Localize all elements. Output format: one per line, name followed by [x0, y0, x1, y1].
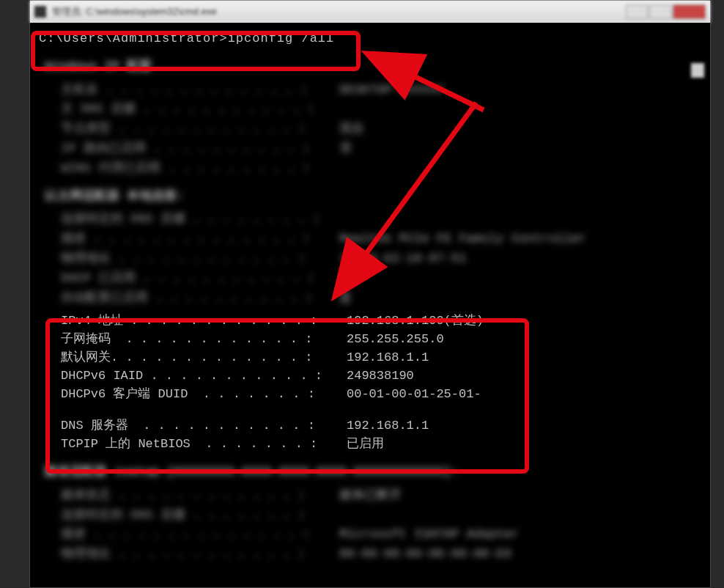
dhcpv6-duid-line: DHCPv6 客户端 DUID . . . . . . . :00-01-00-…	[39, 386, 710, 403]
ipv4-address-line: IPv4 地址 . . . . . . . . . . . . :192.168…	[39, 312, 710, 330]
command-line: C:\Users\Administrator>ipconfig /all	[39, 30, 710, 48]
output-value: 192.168.1.1	[347, 349, 710, 367]
output-label: 子网掩码 . . . . . . . . . . . . :	[61, 331, 347, 348]
cmd-icon	[34, 6, 46, 18]
network-info-block: IPv4 地址 . . . . . . . . . . . . :192.168…	[39, 312, 710, 453]
output-value: 00-01-00-01-25-01-	[347, 386, 710, 403]
output-label: 默认网关. . . . . . . . . . . . . :	[61, 349, 347, 367]
output-label: IPv4 地址 . . . . . . . . . . . . :	[61, 312, 347, 330]
output-value: 255.255.255.0	[347, 331, 710, 348]
output-label: DHCPv6 客户端 DUID . . . . . . . :	[61, 386, 347, 403]
console-area[interactable]: C:\Users\Administrator>ipconfig /all Win…	[30, 23, 710, 587]
output-label: TCPIP 上的 NetBIOS . . . . . . . :	[61, 436, 347, 453]
window-controls	[626, 4, 706, 19]
section-header: Windows IP 配置	[39, 58, 710, 76]
section-header: 隧道适配器 isatap.{XXXXXXXX-XXXX-XXXX-XXXX-XX…	[39, 463, 710, 481]
default-gateway-line: 默认网关. . . . . . . . . . . . . :192.168.1…	[39, 349, 710, 367]
section-header: 以太网适配器 本地连接:	[39, 188, 710, 205]
subnet-mask-line: 子网掩码 . . . . . . . . . . . . :255.255.25…	[39, 331, 710, 348]
blurred-output-1: Windows IP 配置 主机名 . . . . . . . . . . . …	[39, 58, 710, 307]
netbios-line: TCPIP 上的 NetBIOS . . . . . . . :已启用	[39, 436, 710, 453]
titlebar[interactable]: 管理员: C:\windows\system32\cmd.exe	[30, 1, 710, 23]
cmd-window: 管理员: C:\windows\system32\cmd.exe C:\User…	[29, 0, 711, 588]
dns-server-line: DNS 服务器 . . . . . . . . . . . :192.168.1…	[39, 417, 710, 435]
output-value: 249838190	[347, 367, 710, 385]
command-text: ipconfig /all	[228, 32, 335, 45]
output-value: 192.168.1.1	[347, 417, 710, 435]
minimize-button[interactable]	[626, 4, 648, 19]
maximize-button[interactable]	[649, 4, 671, 19]
dhcpv6-iaid-line: DHCPv6 IAID . . . . . . . . . . . :24983…	[39, 367, 710, 385]
output-value: 已启用	[347, 436, 710, 453]
blurred-output-2: 隧道适配器 isatap.{XXXXXXXX-XXXX-XXXX-XXXX-XX…	[39, 463, 710, 563]
prompt: C:\Users\Administrator>	[39, 32, 228, 45]
close-button[interactable]	[673, 4, 706, 19]
output-value: 192.168.1.100(首选)	[347, 312, 710, 330]
output-label: DHCPv6 IAID . . . . . . . . . . . :	[61, 367, 347, 385]
output-label: DNS 服务器 . . . . . . . . . . . :	[61, 417, 347, 435]
window-title: 管理员: C:\windows\system32\cmd.exe	[52, 5, 626, 18]
